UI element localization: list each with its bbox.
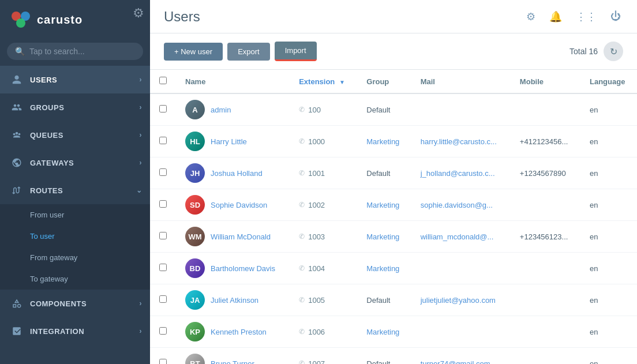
mail-link[interactable]: sophie.davidson@g... bbox=[421, 201, 493, 209]
svg-point-5 bbox=[18, 133, 21, 136]
logo-text: carusto bbox=[37, 13, 83, 27]
chevron-right-icon: › bbox=[140, 76, 143, 84]
avatar: JH bbox=[185, 163, 205, 183]
row-checkbox[interactable] bbox=[159, 168, 167, 176]
sidebar-item-to-gateway[interactable]: To gateway bbox=[0, 268, 150, 290]
export-button[interactable]: Export bbox=[227, 43, 270, 61]
search-icon: 🔍 bbox=[15, 47, 25, 56]
row-checkbox[interactable] bbox=[159, 105, 167, 112]
extension-value: 1007 bbox=[308, 359, 325, 365]
user-name-link[interactable]: William McDonald bbox=[211, 232, 271, 241]
group-value: Marketing bbox=[366, 232, 399, 241]
phone-icon: ✆ bbox=[299, 232, 305, 241]
mail-link[interactable]: harry.little@carusto.c... bbox=[421, 137, 497, 146]
row-extension-cell: ✆ 1004 bbox=[290, 253, 357, 284]
search-input[interactable] bbox=[29, 47, 135, 56]
user-name-link[interactable]: admin bbox=[211, 106, 231, 114]
user-name-link[interactable]: Sophie Davidson bbox=[211, 201, 267, 209]
mail-link[interactable]: julietjuliet@yahoo.com bbox=[421, 296, 496, 305]
row-language-cell: en bbox=[580, 93, 637, 126]
extension-value: 1002 bbox=[308, 201, 325, 209]
settings-icon-top[interactable]: ⚙ bbox=[133, 6, 144, 21]
mail-link[interactable]: j_holland@carusto.c... bbox=[421, 169, 495, 178]
refresh-button[interactable]: ↻ bbox=[604, 42, 623, 61]
bell-icon[interactable]: 🔔 bbox=[547, 8, 564, 25]
user-name-link[interactable]: Harry Little bbox=[211, 137, 247, 146]
sidebar-item-from-user[interactable]: From user bbox=[0, 204, 150, 226]
sidebar-item-to-user[interactable]: To user bbox=[0, 226, 150, 247]
row-mail-cell: harry.little@carusto.c... bbox=[411, 126, 511, 157]
grid-icon[interactable]: ⋮⋮ bbox=[574, 8, 599, 25]
extension-value: 1003 bbox=[308, 232, 325, 241]
row-mobile-cell: +123456123... bbox=[511, 221, 580, 253]
users-icon bbox=[10, 73, 23, 86]
row-checkbox-cell bbox=[150, 284, 176, 316]
avatar: KP bbox=[185, 322, 205, 342]
table-row: BD Bartholomew Davis ✆ 1004 Marketing en bbox=[150, 253, 637, 284]
row-checkbox[interactable] bbox=[159, 232, 167, 239]
row-checkbox[interactable] bbox=[159, 327, 167, 335]
chevron-right-icon: › bbox=[140, 327, 143, 335]
avatar: WM bbox=[185, 227, 205, 246]
mail-link[interactable]: william_mcdonald@... bbox=[421, 232, 494, 241]
power-icon[interactable]: ⏻ bbox=[608, 8, 623, 25]
extension-value: 100 bbox=[308, 106, 321, 114]
user-name-link[interactable]: Bruno Turner bbox=[211, 359, 254, 365]
row-checkbox-cell bbox=[150, 93, 176, 126]
group-value: Default bbox=[366, 296, 390, 305]
row-extension-cell: ✆ 1005 bbox=[290, 284, 357, 316]
row-group-cell: Marketing bbox=[357, 189, 411, 221]
row-language-cell: en bbox=[580, 126, 637, 157]
queues-icon bbox=[10, 129, 23, 141]
chevron-right-icon: › bbox=[140, 159, 143, 167]
table-row: JH Joshua Holland ✆ 1001 Default j_holla… bbox=[150, 157, 637, 189]
sidebar-item-queues[interactable]: QUEUES › bbox=[0, 121, 150, 149]
sidebar-item-integration[interactable]: INTEGRATION › bbox=[0, 317, 150, 345]
group-value: Marketing bbox=[366, 264, 399, 273]
row-checkbox[interactable] bbox=[159, 200, 167, 208]
components-icon bbox=[10, 297, 23, 310]
mail-link[interactable]: turner74@gmail.com bbox=[421, 359, 490, 365]
routes-submenu: From user To user From gateway To gatewa… bbox=[0, 204, 150, 290]
gear-icon[interactable]: ⚙ bbox=[524, 8, 538, 25]
row-mobile-cell bbox=[511, 93, 580, 126]
row-checkbox[interactable] bbox=[159, 264, 167, 271]
row-group-cell: Marketing bbox=[357, 253, 411, 284]
row-mobile-cell bbox=[511, 253, 580, 284]
sidebar-item-gateways[interactable]: GATEWAYS › bbox=[0, 149, 150, 177]
row-language-cell: en bbox=[580, 221, 637, 253]
row-checkbox[interactable] bbox=[159, 295, 167, 303]
row-name-cell: BD Bartholomew Davis bbox=[176, 253, 290, 284]
phone-icon: ✆ bbox=[299, 264, 305, 272]
new-user-button[interactable]: + New user bbox=[164, 43, 223, 61]
th-extension[interactable]: Extension ▼ bbox=[290, 70, 357, 93]
import-button[interactable]: Import bbox=[275, 42, 317, 61]
select-all-checkbox[interactable] bbox=[159, 77, 167, 84]
row-extension-cell: ✆ 1006 bbox=[290, 316, 357, 348]
sidebar-item-users[interactable]: USERS › bbox=[0, 66, 150, 93]
sidebar-label-gateways: GATEWAYS bbox=[30, 159, 74, 167]
phone-icon: ✆ bbox=[299, 201, 305, 209]
search-box[interactable]: 🔍 bbox=[7, 43, 143, 60]
sidebar-item-from-gateway[interactable]: From gateway bbox=[0, 247, 150, 268]
row-checkbox[interactable] bbox=[159, 137, 167, 144]
row-group-cell: Marketing bbox=[357, 221, 411, 253]
sidebar-label-components: COMPONENTS bbox=[30, 299, 87, 308]
table-row: A admin ✆ 100 Default en bbox=[150, 93, 637, 126]
group-value: Marketing bbox=[366, 328, 399, 336]
main-content: Users ⚙ 🔔 ⋮⋮ ⏻ + New user Export Import … bbox=[150, 0, 637, 364]
to-gateway-label: To gateway bbox=[30, 275, 68, 283]
chevron-right-icon: › bbox=[140, 131, 143, 139]
user-name-link[interactable]: Juliet Atkinson bbox=[211, 296, 258, 305]
sidebar-item-components[interactable]: COMPONENTS › bbox=[0, 290, 150, 317]
table-header: Name Extension ▼ Group Mail Mobile Langu… bbox=[150, 70, 637, 93]
groups-icon bbox=[10, 101, 23, 114]
sidebar-item-routes[interactable]: ROUTES ⌄ bbox=[0, 177, 150, 204]
row-checkbox[interactable] bbox=[159, 359, 167, 364]
sidebar-item-groups[interactable]: GROUPS › bbox=[0, 93, 150, 121]
table-row: KP Kenneth Preston ✆ 1006 Marketing en bbox=[150, 316, 637, 348]
group-value: Default bbox=[366, 106, 390, 114]
user-name-link[interactable]: Bartholomew Davis bbox=[211, 264, 275, 273]
user-name-link[interactable]: Kenneth Preston bbox=[211, 328, 267, 336]
user-name-link[interactable]: Joshua Holland bbox=[211, 169, 263, 178]
